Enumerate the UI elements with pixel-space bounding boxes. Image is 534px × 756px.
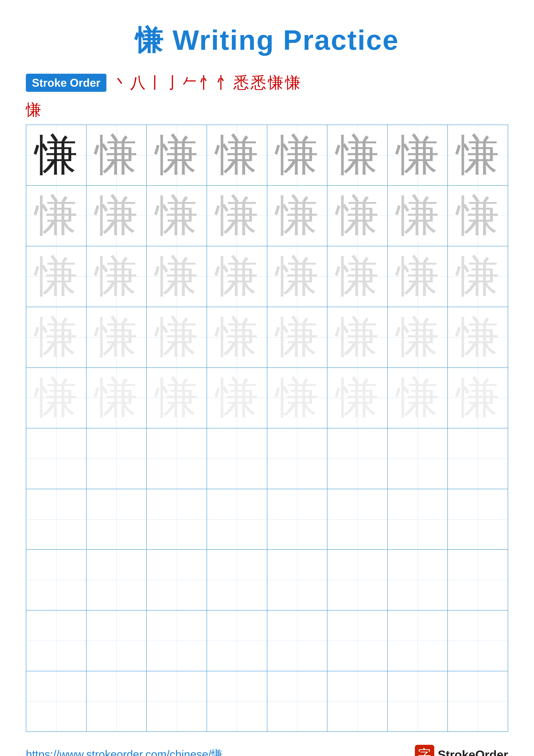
char-2-4: 慊 — [216, 187, 259, 245]
cell-6-5 — [267, 428, 328, 489]
footer-logo: 字 StrokeOrder — [415, 745, 508, 756]
cell-4-5: 慊 — [267, 307, 328, 367]
cell-8-2 — [87, 550, 147, 610]
char-5-1: 慊 — [35, 369, 78, 427]
char-5-8: 慊 — [456, 369, 499, 427]
stroke-3: 丨 — [147, 72, 163, 93]
cell-6-3 — [147, 428, 207, 489]
cell-1-8: 慊 — [448, 125, 508, 185]
stroke-10: 慊 — [268, 72, 284, 93]
cell-2-8: 慊 — [448, 186, 508, 246]
page-title: 慊 Writing Practice — [135, 21, 399, 60]
cell-10-5 — [267, 671, 328, 732]
cell-6-4 — [207, 428, 267, 489]
grid-row-8 — [26, 550, 508, 610]
cell-8-1 — [26, 550, 87, 610]
cell-9-8 — [448, 610, 508, 671]
cell-9-5 — [267, 610, 328, 671]
char-3-1: 慊 — [35, 247, 78, 306]
cell-7-8 — [448, 489, 508, 550]
cell-2-7: 慊 — [388, 186, 448, 246]
char-2-2: 慊 — [95, 187, 138, 245]
cell-2-2: 慊 — [87, 186, 147, 246]
cell-9-6 — [327, 610, 388, 671]
footer-logo-char: 字 — [418, 746, 431, 756]
char-3-5: 慊 — [275, 247, 318, 306]
grid-row-5: 慊 慊 慊 慊 慊 慊 慊 慊 — [26, 368, 508, 429]
cell-4-2: 慊 — [87, 307, 147, 367]
cell-10-1 — [26, 671, 87, 732]
char-4-6: 慊 — [336, 308, 379, 366]
cell-1-5: 慊 — [267, 125, 328, 185]
char-3-3: 慊 — [155, 247, 198, 306]
cell-3-6: 慊 — [327, 246, 388, 307]
cell-8-3 — [147, 550, 207, 610]
footer-logo-icon: 字 — [415, 745, 434, 756]
char-1-6: 慊 — [336, 126, 379, 184]
cell-3-5: 慊 — [267, 246, 328, 307]
char-3-8: 慊 — [456, 247, 499, 306]
cell-3-1: 慊 — [26, 246, 87, 307]
char-4-1: 慊 — [35, 308, 78, 366]
cell-3-7: 慊 — [388, 246, 448, 307]
stroke-second-line: 慊 — [26, 99, 508, 120]
cell-2-5: 慊 — [267, 186, 328, 246]
cell-7-6 — [327, 489, 388, 550]
cell-10-4 — [207, 671, 267, 732]
cell-5-8: 慊 — [448, 368, 508, 428]
cell-7-4 — [207, 489, 267, 550]
stroke-sequence: 丶 八 丨 亅 𠂉 忄 忄 悉 悉 慊 慊 — [113, 72, 301, 93]
stroke-2: 八 — [130, 72, 146, 93]
char-4-8: 慊 — [456, 308, 499, 366]
cell-10-6 — [327, 671, 388, 732]
footer-brand-name: StrokeOrder — [438, 747, 508, 756]
cell-7-5 — [267, 489, 328, 550]
cell-8-8 — [448, 550, 508, 610]
cell-6-6 — [327, 428, 388, 489]
grid-row-1: 慊 慊 慊 慊 慊 慊 慊 慊 — [26, 125, 508, 186]
char-5-7: 慊 — [396, 369, 439, 427]
cell-9-1 — [26, 610, 87, 671]
char-2-3: 慊 — [155, 187, 198, 245]
char-5-3: 慊 — [155, 369, 198, 427]
cell-4-8: 慊 — [448, 307, 508, 367]
cell-2-4: 慊 — [207, 186, 267, 246]
stroke-4: 亅 — [165, 72, 180, 93]
cell-5-4: 慊 — [207, 368, 267, 428]
cell-5-1: 慊 — [26, 368, 87, 428]
char-1-5: 慊 — [275, 126, 318, 184]
cell-9-7 — [388, 610, 448, 671]
cell-10-8 — [448, 671, 508, 732]
stroke-5: 𠂉 — [182, 74, 197, 92]
cell-10-7 — [388, 671, 448, 732]
cell-8-6 — [327, 550, 388, 610]
cell-3-2: 慊 — [87, 246, 147, 307]
grid-row-2: 慊 慊 慊 慊 慊 慊 慊 慊 — [26, 186, 508, 247]
cell-9-3 — [147, 610, 207, 671]
cell-1-2: 慊 — [87, 125, 147, 185]
char-1-4: 慊 — [216, 126, 259, 184]
char-3-4: 慊 — [216, 247, 259, 306]
char-3-7: 慊 — [396, 247, 439, 306]
char-1-2: 慊 — [95, 126, 138, 184]
cell-10-3 — [147, 671, 207, 732]
cell-5-7: 慊 — [388, 368, 448, 428]
cell-1-7: 慊 — [388, 125, 448, 185]
cell-1-3: 慊 — [147, 125, 207, 185]
cell-8-4 — [207, 550, 267, 610]
char-2-7: 慊 — [396, 187, 439, 245]
cell-3-8: 慊 — [448, 246, 508, 307]
char-3-2: 慊 — [95, 247, 138, 306]
stroke-11: 慊 — [285, 72, 301, 93]
char-2-1: 慊 — [35, 187, 78, 245]
cell-6-2 — [87, 428, 147, 489]
stroke-9: 悉 — [251, 72, 266, 93]
cell-4-6: 慊 — [327, 307, 388, 367]
char-2-5: 慊 — [275, 187, 318, 245]
cell-7-3 — [147, 489, 207, 550]
char-4-2: 慊 — [95, 308, 138, 366]
cell-4-7: 慊 — [388, 307, 448, 367]
cell-2-1: 慊 — [26, 186, 87, 246]
stroke-order-section: Stroke Order 丶 八 丨 亅 𠂉 忄 忄 悉 悉 慊 慊 — [26, 72, 508, 93]
char-4-7: 慊 — [396, 308, 439, 366]
